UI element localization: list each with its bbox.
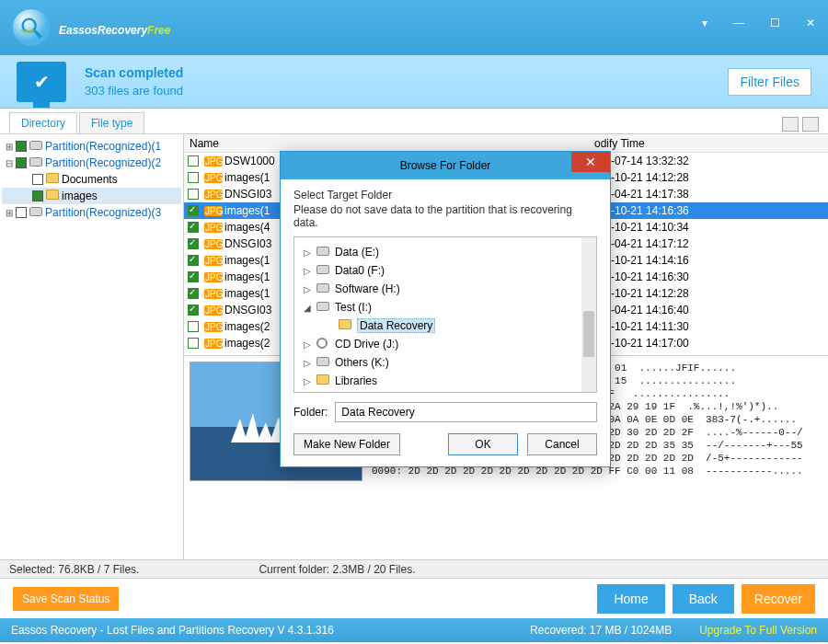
jpg-icon: JPG (204, 190, 223, 200)
svg-line-1 (35, 31, 41, 38)
make-new-folder-button[interactable]: Make New Folder (293, 433, 400, 455)
column-modify-time[interactable]: odify Time (589, 137, 828, 150)
checkbox[interactable] (188, 205, 199, 216)
tab-bar: Directory File type (0, 109, 828, 134)
scan-status-title: Scan completed (85, 65, 183, 80)
status-selected: Selected: 76.8KB / 7 Files. (9, 563, 139, 576)
home-button[interactable]: Home (597, 584, 664, 614)
checkbox[interactable] (188, 155, 199, 167)
tree-item[interactable]: Documents (2, 171, 181, 188)
folder-icon (316, 374, 331, 387)
tree-item[interactable]: ⊞Partition(Recognized)(1 (2, 138, 181, 155)
status-bar: Selected: 76.8KB / 7 Files. Current fold… (0, 559, 828, 578)
checkbox[interactable] (188, 189, 199, 200)
jpg-icon: JPG (204, 239, 223, 249)
save-scan-status-button[interactable]: Save Scan Status (13, 587, 119, 611)
dialog-hint: Select Target Folder (293, 189, 597, 201)
jpg-icon: JPG (204, 223, 223, 233)
folder-tree-item[interactable]: ◢Test (I:) (298, 298, 592, 316)
drive-icon (29, 206, 43, 219)
tree-item[interactable]: images (2, 188, 181, 204)
drive-icon (316, 246, 331, 259)
filter-files-button[interactable]: Filter Files (728, 68, 811, 96)
checkbox[interactable] (188, 338, 199, 349)
tree-item[interactable]: ⊟Partition(Recognized)(2 (2, 155, 181, 171)
drive-icon (316, 301, 331, 314)
app-logo (13, 9, 50, 46)
close-icon[interactable]: ✕ (806, 17, 815, 29)
folder-icon (45, 190, 60, 202)
checkbox[interactable] (188, 288, 199, 299)
view-icons-button[interactable] (782, 117, 799, 132)
jpg-icon: JPG (204, 289, 223, 299)
jpg-icon: JPG (204, 339, 223, 349)
file-list-header: Name odify Time (184, 134, 828, 153)
drive-icon (316, 356, 331, 369)
tab-directory[interactable]: Directory (9, 112, 77, 133)
jpg-icon: JPG (204, 206, 223, 216)
view-list-button[interactable] (802, 117, 819, 132)
checkbox[interactable] (188, 255, 199, 266)
folder-tree[interactable]: ▷Data (E:)▷Data0 (F:)▷Software (H:)◢Test… (293, 236, 597, 393)
maximize-icon[interactable]: ☐ (770, 17, 780, 29)
jpg-icon: JPG (204, 156, 223, 167)
jpg-icon: JPG (204, 322, 223, 332)
folder-icon (339, 319, 353, 332)
ok-button[interactable]: OK (448, 433, 518, 455)
folder-input[interactable] (335, 402, 597, 422)
drive-icon (316, 282, 331, 295)
folder-tree-item[interactable]: ▷Libraries (298, 372, 592, 390)
jpg-icon: JPG (204, 256, 223, 266)
status-banner: ✔ Scan completed 303 files are found Fil… (0, 55, 828, 109)
titlebar: EassosRecoveryFree ▾ — ☐ ✕ (0, 0, 828, 55)
checkbox[interactable] (188, 222, 199, 233)
drive-icon (316, 264, 331, 277)
footer-version: Eassos Recovery - Lost Files and Partiti… (11, 624, 334, 637)
folder-icon (45, 173, 60, 186)
footer: Eassos Recovery - Lost Files and Partiti… (0, 618, 828, 642)
tab-filetype[interactable]: File type (79, 112, 144, 133)
cd-icon (316, 338, 331, 351)
scan-status-subtitle: 303 files are found (85, 84, 183, 98)
checkbox[interactable] (188, 172, 199, 183)
checkbox[interactable] (188, 271, 199, 282)
dialog-title: Browse For Folder ✕ (281, 152, 610, 179)
checkbox[interactable] (188, 238, 199, 249)
folder-tree-item[interactable]: ▷Data (E:) (298, 243, 592, 261)
cancel-button[interactable]: Cancel (527, 433, 597, 455)
jpg-icon: JPG (204, 305, 223, 316)
options-icon[interactable]: ▾ (702, 17, 707, 29)
checkbox[interactable] (188, 305, 199, 316)
app-title: EassosRecoveryFree (59, 16, 170, 40)
folder-tree-item[interactable]: ▷Others (K:) (298, 353, 592, 372)
monitor-icon: ✔ (17, 62, 66, 102)
minimize-icon[interactable]: — (733, 17, 744, 29)
jpg-icon: JPG (204, 272, 223, 282)
recover-button[interactable]: Recover (742, 584, 815, 614)
dialog-warning: Please do not save data to the partition… (293, 203, 597, 229)
checkbox[interactable] (188, 321, 199, 332)
folder-tree-item[interactable]: ▷CD Drive (J:) (298, 335, 592, 353)
directory-tree[interactable]: ⊞Partition(Recognized)(1⊟Partition(Recog… (0, 134, 184, 559)
back-button[interactable]: Back (673, 584, 734, 614)
action-bar: Save Scan Status Home Back Recover (0, 578, 828, 618)
tree-item[interactable]: ⊞Partition(Recognized)(3 (2, 204, 181, 221)
jpg-icon: JPG (204, 173, 223, 183)
folder-tree-item[interactable]: ▷Data0 (F:) (298, 261, 592, 280)
folder-tree-item[interactable]: Data Recovery (298, 316, 592, 335)
folder-label: Folder: (293, 406, 328, 419)
browse-folder-dialog: Browse For Folder ✕ Select Target Folder… (280, 151, 611, 467)
column-name[interactable]: Name (184, 137, 589, 150)
drive-icon (29, 140, 43, 153)
drive-icon (29, 156, 43, 169)
upgrade-link[interactable]: Upgrade To Full Version (699, 624, 817, 637)
dialog-close-button[interactable]: ✕ (571, 152, 610, 172)
footer-recovered: Recovered: 17 MB / 1024MB (530, 624, 672, 637)
svg-point-0 (23, 19, 36, 32)
scrollbar[interactable] (581, 237, 596, 392)
folder-tree-item[interactable]: ▷Software (H:) (298, 280, 592, 298)
status-current-folder: Current folder: 2.3MB / 20 Files. (259, 563, 415, 576)
